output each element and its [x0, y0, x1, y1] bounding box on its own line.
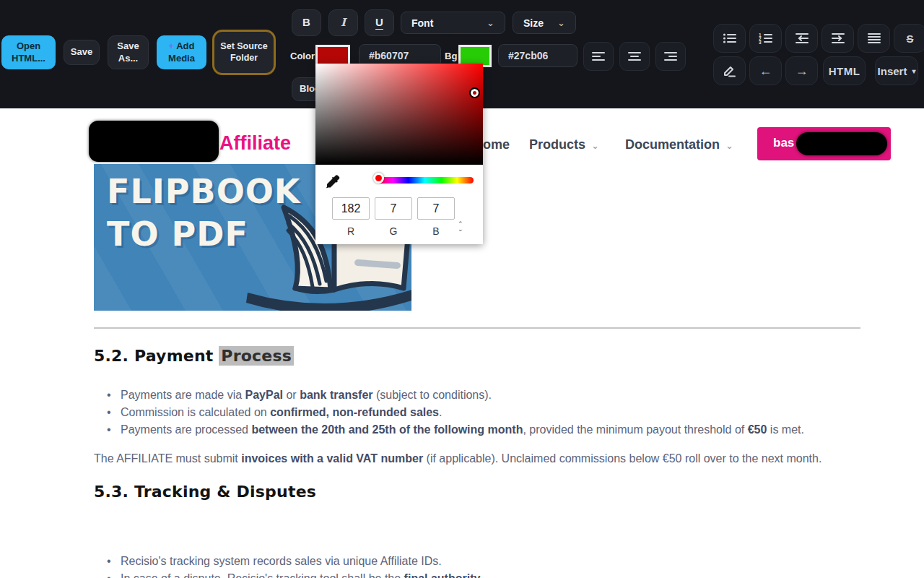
outdent-icon	[795, 33, 809, 44]
svg-text:3: 3	[759, 40, 762, 45]
color-label: Color	[290, 51, 315, 61]
indent-button[interactable]	[821, 24, 854, 53]
justify-button[interactable]	[858, 24, 890, 53]
redo-button[interactable]: →	[785, 56, 818, 85]
horizontal-rule	[94, 327, 860, 329]
align-left-icon	[591, 51, 606, 62]
bold-button[interactable]: B	[292, 9, 321, 36]
save-button[interactable]: Save	[64, 40, 100, 65]
indent-icon	[831, 33, 845, 44]
color-mode-toggle[interactable]: ⌃⌄	[458, 222, 463, 232]
unordered-list-button[interactable]	[713, 24, 746, 53]
align-center-button[interactable]	[619, 42, 650, 71]
saturation-value-field[interactable]	[315, 64, 483, 165]
save-as-button[interactable]: Save As...	[108, 35, 149, 69]
chevron-down-icon: ⌄	[557, 17, 565, 28]
undo-button[interactable]: ←	[749, 56, 782, 85]
payment-list: Payments are made via PayPal or bank tra…	[107, 387, 804, 439]
redacted-logo	[89, 121, 219, 162]
list-item: In case of a dispute, Recisio's tracking…	[107, 570, 480, 578]
nav-item-documentation[interactable]: Documentation⌄	[625, 137, 733, 152]
blue-value-input[interactable]: 7	[417, 197, 455, 220]
undo-arrow-icon: ←	[759, 64, 772, 79]
current-color-preview	[344, 166, 368, 191]
color-picker-popup: 182 7 7 R G B ⌃⌄	[315, 64, 483, 244]
brand-suffix-text: Affiliate	[219, 132, 291, 155]
ordered-list-button[interactable]: 123	[749, 24, 782, 53]
add-media-button[interactable]: +Add Media	[157, 35, 206, 69]
redo-arrow-icon: →	[796, 64, 808, 79]
chevron-down-icon: ⌄	[725, 140, 733, 151]
outdent-button[interactable]	[785, 24, 818, 53]
nav-item-products[interactable]: Products⌄	[529, 137, 599, 152]
selected-text-highlight: Process	[219, 346, 294, 366]
align-left-button[interactable]	[583, 42, 614, 71]
list-item: Payments are processed between the 20th …	[107, 421, 804, 439]
header-cta-button[interactable]: bas	[757, 127, 891, 160]
banner-title-line2: TO PDF	[107, 215, 248, 254]
ordered-list-icon: 123	[759, 33, 773, 44]
insert-dropdown-button[interactable]: Insert▾	[875, 56, 918, 85]
html-source-button[interactable]: HTML	[823, 56, 866, 85]
chevron-down-icon: ⌄	[591, 140, 599, 151]
affiliate-paragraph: The AFFILIATE must submit invoices with …	[94, 450, 821, 467]
open-html-button[interactable]: Open HTML...	[1, 35, 56, 69]
italic-button[interactable]: I	[328, 9, 358, 36]
red-label: R	[332, 225, 370, 237]
bg-label: Bg	[445, 51, 457, 61]
align-right-button[interactable]	[655, 42, 686, 71]
redacted-text	[796, 132, 887, 155]
cta-label: bas	[773, 136, 794, 150]
strikethrough-icon: S	[906, 33, 913, 45]
section-heading-5-2: 5.2. Payment Process	[94, 347, 294, 365]
justify-icon	[867, 33, 881, 44]
clear-format-button[interactable]	[713, 56, 746, 85]
list-item: Payments are made via PayPal or bank tra…	[107, 387, 804, 404]
size-select[interactable]: Size⌄	[513, 12, 576, 34]
tracking-list: Recisio's tracking system records sales …	[107, 553, 480, 578]
list-item: Commission is calculated on confirmed, n…	[107, 404, 804, 421]
underline-button[interactable]: U	[365, 9, 394, 36]
hue-slider[interactable]	[376, 177, 474, 184]
green-label: G	[375, 225, 412, 237]
saturation-cursor[interactable]	[469, 87, 480, 98]
unordered-list-icon	[723, 33, 737, 44]
green-value-input[interactable]: 7	[375, 197, 412, 220]
section-heading-5-3: 5.3. Tracking & Disputes	[94, 483, 316, 501]
blue-label: B	[417, 225, 455, 237]
plus-icon: +	[169, 40, 175, 51]
set-source-folder-button[interactable]: Set Source Folder	[212, 30, 276, 75]
hue-slider-handle[interactable]	[373, 173, 384, 184]
list-item: Recisio's tracking system records sales …	[107, 553, 480, 570]
pencil-icon	[723, 64, 737, 77]
caret-down-icon: ▾	[912, 67, 915, 75]
app-window: Affiliate Home Products⌄ Documentation⌄ …	[0, 0, 924, 578]
strikethrough-button[interactable]: S	[894, 24, 924, 53]
red-value-input[interactable]: 182	[332, 197, 370, 220]
bg-hex-input[interactable]: #27cb06	[498, 44, 578, 67]
font-select[interactable]: Font⌄	[401, 12, 505, 34]
align-right-icon	[663, 51, 678, 62]
chevron-down-icon: ⌄	[487, 17, 494, 28]
eyedropper-icon[interactable]	[324, 173, 340, 189]
align-center-icon	[627, 51, 642, 62]
